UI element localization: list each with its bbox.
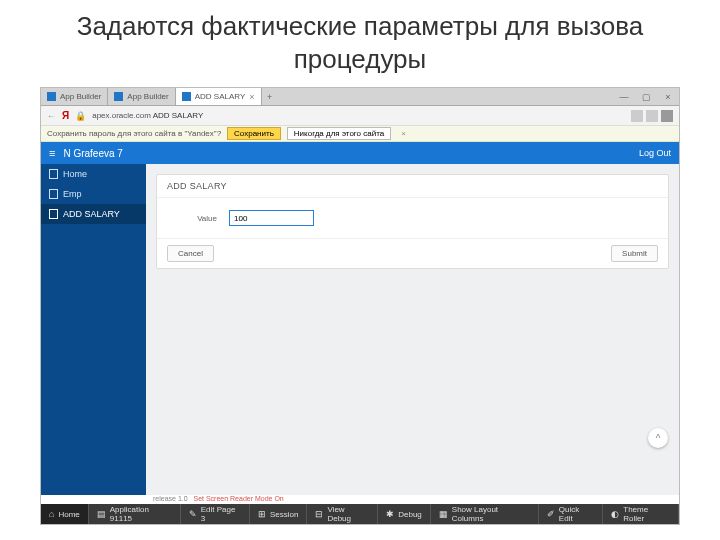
address-bar: ← Я 🔒 apex.oracle.com ADD SALARY [41,106,679,126]
theme-icon: ◐ [611,509,619,519]
pwbar-text: Сохранить пароль для этого сайта в "Yand… [47,129,221,138]
browser-tabbar: App Builder App Builder ADD SALARY× + — … [41,88,679,106]
slide-title: Задаются фактические параметры для вызов… [0,0,720,87]
browser-window: App Builder App Builder ADD SALARY× + — … [40,87,680,525]
cancel-button[interactable]: Cancel [167,245,214,262]
tab-icon [47,92,56,101]
close-icon[interactable]: × [249,92,254,102]
tab-label: App Builder [60,92,101,101]
sidebar-item-label: Home [63,169,87,179]
sidebar-item-emp[interactable]: Emp [41,184,146,204]
nav-back[interactable]: ← [47,111,56,121]
scroll-top-button[interactable]: ^ [648,428,668,448]
dev-edit-page[interactable]: ✎Edit Page 3 [181,504,250,524]
close-icon[interactable]: × [401,129,406,138]
app-body: Home Emp ADD SALARY ADD SALARY Value Can… [41,164,679,495]
app-header: ≡ N Grafeeva 7 Log Out [41,142,679,164]
yandex-icon: Я [62,110,69,121]
dev-debug[interactable]: ✱Debug [378,504,431,524]
window-controls: — ▢ × [613,88,679,105]
edit-icon: ✎ [189,509,197,519]
lock-icon: 🔒 [75,111,86,121]
region-title: ADD SALARY [157,175,668,198]
app-icon: ▤ [97,509,106,519]
browser-tab[interactable]: App Builder [108,88,175,105]
dev-home[interactable]: ⌂Home [41,504,89,524]
page-icon [49,169,58,179]
page-icon [49,209,58,219]
menu-icon[interactable]: ≡ [49,147,55,159]
sidebar: Home Emp ADD SALARY [41,164,146,495]
tab-label: ADD SALARY [195,92,246,101]
addr-action-icon[interactable] [631,110,643,122]
sidebar-item-label: ADD SALARY [63,209,120,219]
home-icon: ⌂ [49,509,54,519]
app-title: N Grafeeva 7 [63,148,122,159]
bug-icon: ✱ [386,509,394,519]
tab-icon [114,92,123,101]
sidebar-item-home[interactable]: Home [41,164,146,184]
dev-session[interactable]: ⊞Session [250,504,307,524]
sidebar-item-add-salary[interactable]: ADD SALARY [41,204,146,224]
dev-application[interactable]: ▤Application 91115 [89,504,181,524]
dev-layout[interactable]: ▦Show Layout Columns [431,504,539,524]
footer-links: release 1.0 Set Screen Reader Mode On [41,495,679,504]
browser-tab[interactable]: App Builder [41,88,108,105]
dev-quick-edit[interactable]: ✐Quick Edit [539,504,603,524]
maximize-icon[interactable]: ▢ [635,88,657,105]
page-icon [49,189,58,199]
dev-theme-roller[interactable]: ◐Theme Roller [603,504,679,524]
password-save-bar: Сохранить пароль для этого сайта в "Yand… [41,126,679,142]
menu-icon[interactable] [661,110,673,122]
form-region: ADD SALARY Value Cancel Submit [156,174,669,269]
screen-reader-link[interactable]: Set Screen Reader Mode On [193,495,283,502]
new-tab-button[interactable]: + [262,88,278,105]
value-label: Value [167,214,217,223]
layout-icon: ▦ [439,509,448,519]
close-icon[interactable]: × [657,88,679,105]
never-password-button[interactable]: Никогда для этого сайта [287,127,391,140]
tab-label: App Builder [127,92,168,101]
developer-toolbar: ⌂Home ▤Application 91115 ✎Edit Page 3 ⊞S… [41,504,679,524]
save-password-button[interactable]: Сохранить [227,127,281,140]
main-content: ADD SALARY Value Cancel Submit [146,164,679,495]
value-input[interactable] [229,210,314,226]
logout-link[interactable]: Log Out [639,148,671,158]
quick-edit-icon: ✐ [547,509,555,519]
minimize-icon[interactable]: — [613,88,635,105]
url-field[interactable]: apex.oracle.com ADD SALARY [92,111,625,120]
browser-tab-active[interactable]: ADD SALARY× [176,88,262,105]
view-debug-icon: ⊟ [315,509,323,519]
dev-view-debug[interactable]: ⊟View Debug [307,504,378,524]
sidebar-item-label: Emp [63,189,82,199]
submit-button[interactable]: Submit [611,245,658,262]
tab-icon [182,92,191,101]
session-icon: ⊞ [258,509,266,519]
addr-action-icon[interactable] [646,110,658,122]
